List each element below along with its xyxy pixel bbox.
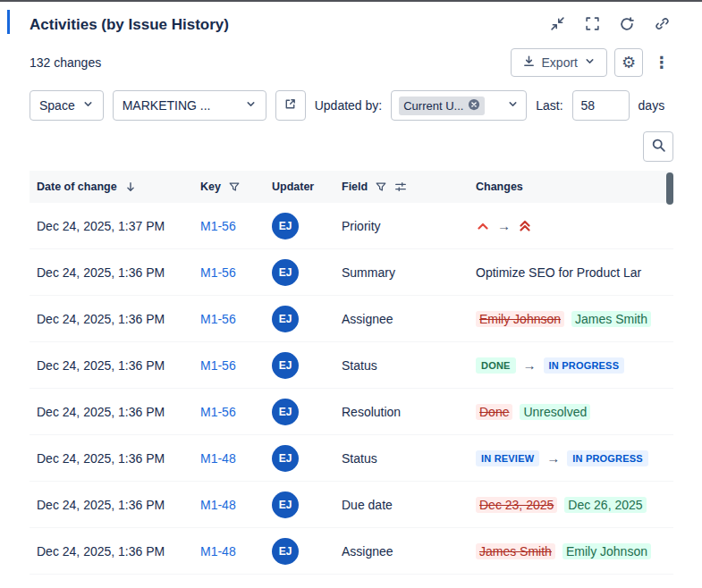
key-cell: M1-56: [193, 312, 265, 326]
updater-avatar[interactable]: EJ: [272, 538, 299, 565]
table-row: Dec 24, 2025, 1:37 PMM1-56EJPriority→: [30, 203, 673, 249]
changes-count: 132 changes: [30, 55, 101, 70]
settings-button[interactable]: ⚙: [614, 48, 643, 77]
filter-icon[interactable]: [228, 181, 241, 193]
changes-cell: James SmithEmily Johnson: [469, 543, 673, 559]
space-dropdown[interactable]: Space: [30, 90, 104, 121]
remove-chip-icon[interactable]: [468, 98, 480, 113]
updater-avatar[interactable]: EJ: [272, 306, 299, 332]
minimize-icon: [550, 16, 565, 34]
arrow-right-icon: →: [523, 357, 537, 373]
updater-cell: EJ: [265, 352, 334, 379]
old-value: Dec 23, 2025: [476, 497, 557, 513]
updater-avatar[interactable]: EJ: [272, 445, 299, 472]
updater-avatar[interactable]: EJ: [272, 213, 299, 239]
toolbar: 132 changes Export ⚙ ⋮: [30, 48, 673, 77]
chevron-down-icon: [584, 55, 596, 70]
updated-by-chip-label: Current U...: [403, 99, 463, 113]
change-date: Dec 24, 2025, 1:36 PM: [37, 358, 165, 373]
search-button[interactable]: [643, 131, 673, 162]
change-value: Optimize SEO for Product Lar: [476, 265, 641, 280]
issue-key-link[interactable]: M1-48: [200, 451, 236, 466]
new-value: Emily Johnson: [562, 543, 651, 559]
column-header-updater[interactable]: Updater: [265, 181, 334, 193]
issue-key-link[interactable]: M1-56: [200, 358, 236, 373]
export-label: Export: [542, 55, 578, 70]
priority-highest-icon: [518, 219, 532, 233]
export-button[interactable]: Export: [511, 48, 607, 77]
sort-desc-icon[interactable]: [124, 181, 137, 193]
fullscreen-button[interactable]: [580, 13, 604, 37]
arrow-right-icon: →: [497, 218, 511, 233]
issue-key-link[interactable]: M1-56: [200, 405, 236, 419]
column-header-key[interactable]: Key: [193, 181, 265, 193]
updater-cell: EJ: [265, 491, 334, 518]
sliders-icon[interactable]: [394, 181, 407, 193]
updater-cell: EJ: [265, 445, 334, 472]
last-label: Last:: [536, 98, 562, 113]
table-row: Dec 24, 2025, 1:36 PMM1-56EJSummaryOptim…: [30, 249, 673, 296]
table-row: Dec 24, 2025, 1:36 PMM1-48EJDue dateDec …: [30, 482, 673, 528]
issue-key-link[interactable]: M1-56: [200, 265, 236, 280]
change-date: Dec 24, 2025, 1:36 PM: [37, 312, 165, 326]
more-menu-button[interactable]: ⋮: [650, 48, 673, 77]
updater-avatar[interactable]: EJ: [272, 259, 299, 286]
minimize-button[interactable]: [546, 13, 569, 37]
date-cell: Dec 24, 2025, 1:36 PM: [30, 265, 193, 280]
updater-cell: EJ: [265, 399, 334, 425]
link-button[interactable]: [650, 13, 673, 37]
old-value: James Smith: [476, 543, 555, 559]
priority-high-icon: [476, 219, 490, 233]
updater-avatar[interactable]: EJ: [272, 352, 299, 379]
search-icon: [651, 138, 666, 155]
issue-key-link[interactable]: M1-48: [200, 498, 236, 512]
field-name: Status: [342, 451, 377, 466]
old-status-badge: IN REVIEW: [476, 450, 539, 466]
changes-cell: IN REVIEW→IN PROGRESS: [469, 450, 673, 466]
arrow-right-icon: →: [546, 450, 560, 466]
new-value: James Smith: [571, 311, 651, 327]
date-cell: Dec 24, 2025, 1:36 PM: [30, 544, 193, 559]
updater-avatar[interactable]: EJ: [272, 491, 299, 518]
change-date: Dec 24, 2025, 1:36 PM: [37, 498, 165, 512]
filter-icon[interactable]: [375, 181, 387, 193]
new-value: Dec 26, 2025: [564, 497, 646, 513]
column-label: Date of change: [37, 181, 117, 193]
scrollbar-thumb[interactable]: [666, 172, 673, 205]
changes-cell: Optimize SEO for Product Lar: [469, 265, 673, 280]
issue-key-link[interactable]: M1-56: [200, 219, 236, 233]
chevron-down-icon: [245, 98, 257, 113]
change-date: Dec 24, 2025, 1:37 PM: [37, 219, 165, 233]
column-header-field[interactable]: Field: [334, 181, 469, 193]
key-cell: M1-56: [193, 405, 265, 419]
changes-cell: Emily JohnsonJames Smith: [469, 311, 673, 327]
last-days-input[interactable]: [572, 90, 630, 121]
panel-accent: [7, 10, 10, 34]
issue-key-link[interactable]: M1-48: [200, 544, 236, 559]
updater-avatar[interactable]: EJ: [272, 399, 299, 425]
field-cell: Priority: [334, 219, 469, 233]
field-name: Due date: [342, 498, 393, 512]
column-header-date-of-change[interactable]: Date of change: [30, 181, 193, 193]
table-row: Dec 24, 2025, 1:36 PMM1-56EJResolutionDo…: [30, 389, 673, 435]
column-header-changes[interactable]: Changes: [469, 181, 673, 193]
updated-by-dropdown[interactable]: Current U...: [391, 90, 527, 121]
key-cell: M1-48: [193, 498, 265, 512]
change-date: Dec 24, 2025, 1:36 PM: [37, 544, 165, 559]
table-row: Dec 24, 2025, 1:36 PMM1-56EJStatusDONE→I…: [30, 342, 673, 389]
open-project-button[interactable]: [275, 90, 306, 121]
old-value: Emily Johnson: [476, 311, 564, 327]
old-value: Done: [476, 404, 512, 420]
gear-icon: ⚙: [622, 55, 636, 71]
change-date: Dec 24, 2025, 1:36 PM: [37, 451, 165, 466]
issue-key-link[interactable]: M1-56: [200, 312, 236, 326]
refresh-button[interactable]: [615, 13, 639, 37]
space-dropdown-label: Space: [39, 98, 75, 113]
key-cell: M1-56: [193, 265, 265, 280]
activities-table: Date of changeKeyUpdaterFieldChanges Dec…: [30, 171, 673, 575]
project-dropdown[interactable]: MARKETING ...: [113, 90, 266, 121]
date-cell: Dec 24, 2025, 1:36 PM: [30, 358, 193, 373]
days-label: days: [639, 98, 665, 113]
new-status-badge: IN PROGRESS: [544, 357, 625, 374]
field-name: Resolution: [342, 405, 401, 419]
